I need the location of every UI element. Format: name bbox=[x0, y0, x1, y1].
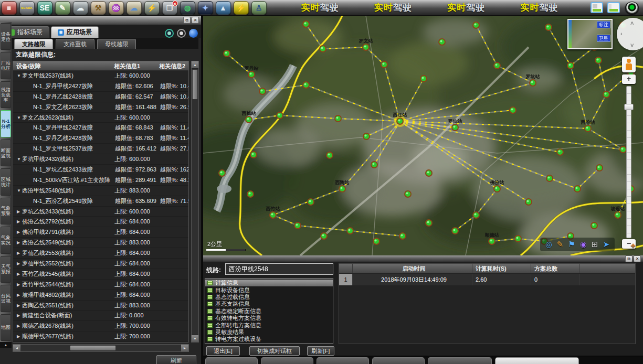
map-label-toggle[interactable]: 标注 bbox=[597, 21, 610, 28]
collapse-icon[interactable]: ▶ bbox=[17, 230, 22, 234]
bottom-tab[interactable] bbox=[205, 357, 258, 364]
scada-app-icon[interactable]: SCADA bbox=[19, 1, 35, 15]
refresh-f-button[interactable]: 刷新[F] bbox=[307, 346, 334, 356]
marker-tool-icon[interactable]: ⌖ bbox=[630, 241, 636, 251]
flag-icon[interactable]: ⚑ bbox=[568, 238, 575, 251]
collapse-icon[interactable]: ▶ bbox=[17, 209, 22, 214]
station-marker[interactable] bbox=[219, 170, 225, 176]
rain-app-icon[interactable]: ☁ bbox=[73, 1, 88, 15]
table-row[interactable]: ▶西汾乙线2549(线路)上限: 883.000 bbox=[13, 238, 188, 248]
horizontal-scroll-thumb[interactable] bbox=[70, 345, 116, 351]
collapse-icon[interactable]: ▶ bbox=[17, 303, 22, 308]
station-marker[interactable] bbox=[452, 228, 458, 234]
bottom-tab[interactable] bbox=[317, 357, 369, 364]
station-marker[interactable] bbox=[494, 62, 500, 69]
station-marker[interactable] bbox=[303, 21, 309, 27]
pan-down-icon[interactable]: ˅ bbox=[630, 42, 634, 48]
table-row[interactable]: N-1_西汾乙线2549故障越限值: 635.609越限%: 71.9 bbox=[13, 196, 188, 207]
operator-app-icon[interactable]: ♙ bbox=[251, 1, 267, 15]
station-marker[interactable] bbox=[371, 162, 377, 168]
table-row[interactable]: ▼西汾甲线2548(线路)上限: 883.000 bbox=[13, 186, 188, 196]
menu-item-realtime-driving[interactable]: 实时驾驶 bbox=[374, 2, 412, 14]
station-marker[interactable] bbox=[473, 212, 479, 218]
collapse-icon[interactable]: ▶ bbox=[17, 334, 22, 339]
station-marker[interactable] bbox=[321, 233, 327, 239]
menu-item-realtime-driving[interactable]: 实时驾驶 bbox=[520, 2, 558, 14]
scroll-left-icon[interactable]: ◄ bbox=[13, 345, 20, 351]
station-marker[interactable] bbox=[420, 76, 427, 82]
collapse-icon[interactable]: ▶ bbox=[17, 251, 22, 255]
mountain-app-icon[interactable]: ▲ bbox=[216, 1, 231, 15]
station-marker[interactable] bbox=[620, 146, 626, 153]
station-marker[interactable] bbox=[399, 233, 406, 239]
station-marker[interactable] bbox=[277, 112, 283, 119]
globe-button-icon[interactable] bbox=[189, 29, 198, 38]
station-marker[interactable] bbox=[596, 165, 603, 171]
expand-icon[interactable]: ▼ bbox=[17, 188, 22, 193]
edit-app-icon[interactable]: ✎ bbox=[55, 1, 70, 15]
strip-item-entry[interactable]: 气象实况 bbox=[1, 227, 11, 253]
strip-item-entry[interactable]: 厂站电压 bbox=[1, 52, 11, 79]
strip-item-entry[interactable]: 台风监视 bbox=[1, 285, 11, 312]
station-marker[interactable] bbox=[439, 39, 445, 45]
strip-item-entry[interactable]: 气象预警 bbox=[1, 198, 11, 224]
eye-icon[interactable] bbox=[625, 2, 639, 14]
scroll-right-icon[interactable]: ► bbox=[181, 345, 188, 351]
station-marker[interactable] bbox=[426, 170, 432, 176]
table-row[interactable]: N-1_罗丹甲线2427故障越限值: 62.606越限%: 10.4 bbox=[13, 81, 188, 92]
table-row[interactable]: ▶罗仙乙线2553(线路)上限: 684.000 bbox=[13, 248, 188, 259]
table-row[interactable]: ▶新建组合设备(断面)上限: 0.000 bbox=[13, 311, 188, 321]
collapse-icon[interactable]: ▶ bbox=[17, 313, 22, 318]
station-marker[interactable] bbox=[591, 222, 597, 229]
station-marker[interactable] bbox=[308, 199, 314, 205]
record-grey-icon[interactable] bbox=[177, 29, 186, 38]
collapse-icon[interactable]: ▶ bbox=[17, 240, 22, 245]
lightning-app-icon[interactable]: ⚡ bbox=[144, 1, 160, 15]
line-input[interactable] bbox=[225, 263, 333, 275]
table-row[interactable]: N-1_罗丹乙线2428故障越限值: 62.547越限%: 10.4 bbox=[13, 92, 188, 102]
station-marker[interactable] bbox=[557, 149, 563, 155]
collapse-icon[interactable]: ▶ bbox=[17, 261, 22, 266]
strip-item-entry[interactable]: 线路负载率 bbox=[1, 81, 11, 108]
scroll-up-icon[interactable]: ▲ bbox=[192, 61, 198, 69]
ruler-icon[interactable]: ✎ bbox=[557, 238, 564, 251]
calc-list-item[interactable]: 基态稳定断面信息 bbox=[205, 308, 333, 315]
expand-icon[interactable]: ▼ bbox=[17, 115, 22, 120]
station-marker[interactable] bbox=[363, 133, 370, 140]
streetview-pegman-icon[interactable] bbox=[622, 57, 636, 72]
record-green-icon[interactable] bbox=[165, 29, 174, 38]
scroll-down-icon[interactable]: ▼ bbox=[192, 335, 198, 342]
map-satellite-toggle[interactable]: 卫星 bbox=[597, 35, 610, 42]
signpost-icon[interactable]: ⊞ bbox=[592, 238, 598, 251]
network-app-icon[interactable]: ✦ bbox=[198, 1, 213, 15]
overview-minimap[interactable]: 标注 卫星 bbox=[567, 19, 613, 49]
zoom-in-button[interactable]: + bbox=[622, 74, 636, 84]
tab-branch-overload[interactable]: 支路重载 bbox=[56, 39, 94, 49]
table-row[interactable]: ▶佛汾甲线2791(线路)上限: 684.000 bbox=[13, 227, 188, 238]
table-row[interactable]: ▶西竹乙线2545(线路)上限: 684.000 bbox=[13, 269, 188, 280]
result-row[interactable]: 12018年09月03日14:49:092.600 bbox=[339, 274, 635, 285]
station-marker[interactable] bbox=[595, 57, 602, 63]
station-marker[interactable] bbox=[545, 24, 552, 30]
tab-branch-limit[interactable]: 支路越限 bbox=[14, 39, 53, 49]
table-row[interactable]: ▶罗仙甲线2552(线路)上限: 684.000 bbox=[13, 259, 188, 269]
strip-item-entry[interactable]: 设备定位 bbox=[1, 23, 11, 50]
calc-list-item[interactable]: 目标设备信息 bbox=[205, 286, 333, 293]
station-marker[interactable] bbox=[515, 235, 521, 242]
pan-left-icon[interactable]: ‹ bbox=[620, 30, 623, 37]
table-row[interactable]: ▶西竹甲线2544(线路)上限: 684.000 bbox=[13, 280, 188, 290]
restore-icon[interactable]: ⧉ bbox=[183, 17, 191, 24]
menu-item-realtime-driving[interactable]: 实时驾驶 bbox=[301, 2, 339, 14]
table-row[interactable]: N-1_罗丹甲线2427故障越限值: 68.843越限%: 11.4 bbox=[13, 123, 188, 133]
vertical-scrollbar[interactable]: ▲ ▼ bbox=[191, 61, 199, 342]
vertical-scroll-thumb[interactable] bbox=[192, 69, 198, 100]
expand-icon[interactable]: ▼ bbox=[17, 157, 22, 162]
satellite-map[interactable]: 罗丹站西樵站罗文站西江站罗仙站罗坑站西汾站佛汾站西竹站顺德站坡瑶站西陶站 2公里… bbox=[203, 16, 643, 255]
layers-app-icon[interactable]: ❐✕ bbox=[162, 1, 177, 15]
station-marker[interactable] bbox=[250, 152, 257, 158]
station-marker[interactable] bbox=[373, 238, 380, 244]
table-row[interactable]: N-1_罗文甲线2537故障越限值: 165.412越限%: 27.5 bbox=[13, 144, 188, 154]
table-row[interactable]: ▶顺德甲线2677(线路)上限: 700.000 bbox=[13, 331, 188, 342]
table-row[interactable]: N-1_罗丹乙线2428故障越限值: 68.783越限%: 11.4 bbox=[13, 133, 188, 144]
expand-icon[interactable]: ▼ bbox=[17, 73, 22, 78]
